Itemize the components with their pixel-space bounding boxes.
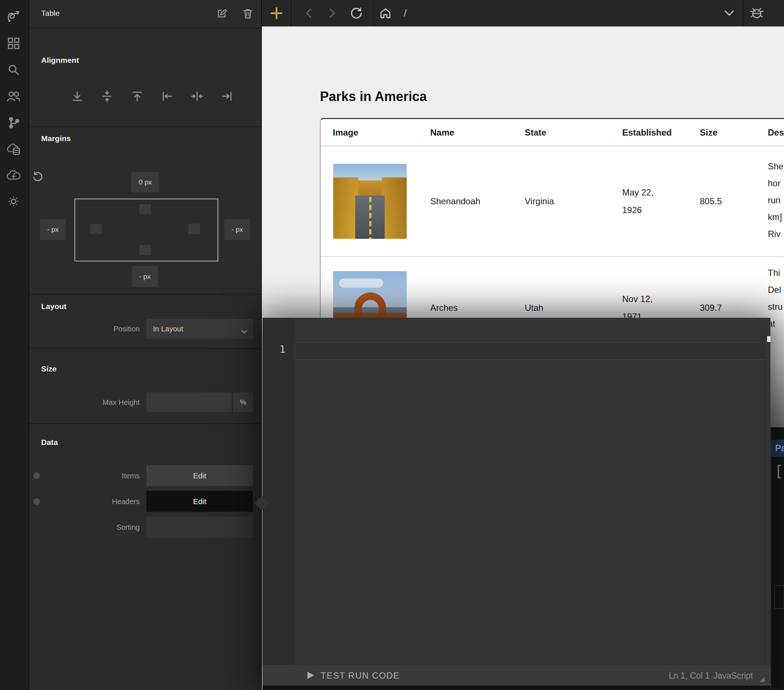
margin-right-input[interactable]: - px — [224, 219, 250, 240]
align-right-icon[interactable] — [218, 87, 236, 105]
editor-scrollbar-thumb[interactable] — [767, 336, 771, 342]
margin-handle-right[interactable] — [188, 224, 200, 234]
margin-bottom-input[interactable]: - px — [132, 266, 158, 287]
toolbar-divider — [374, 0, 374, 26]
margin-handle-left[interactable] — [90, 224, 102, 234]
cell-name: Shenandoah — [430, 196, 480, 207]
add-component-button[interactable] — [267, 0, 286, 26]
align-bottom-icon[interactable] — [68, 87, 86, 105]
headers-binding-dot[interactable] — [33, 498, 40, 505]
items-label: Items — [92, 472, 140, 480]
park-photo-shenandoah — [333, 164, 407, 239]
cell-state: Virginia — [525, 196, 554, 207]
language-label[interactable]: JavaScript — [713, 671, 753, 681]
sorting-input[interactable] — [147, 517, 253, 537]
align-top-icon[interactable] — [128, 87, 146, 105]
photo-cloud — [339, 279, 383, 288]
state-side-panel: Pa [ — [771, 427, 784, 690]
align-vertical-center-icon[interactable] — [98, 87, 116, 105]
table-header-divider — [321, 146, 784, 146]
cloud-function-icon[interactable] — [5, 167, 22, 184]
editor-bottom-edge — [263, 685, 771, 690]
delete-component-icon[interactable] — [243, 8, 253, 21]
state-item-selected[interactable]: Pa — [771, 440, 784, 457]
margin-handle-bottom[interactable] — [139, 245, 151, 255]
cell-size: 805.5 — [700, 196, 722, 207]
editor-status-bar: TEST RUN CODE Ln 1, Col 1 JavaScript — [263, 665, 771, 685]
nav-forward-icon[interactable] — [323, 0, 341, 26]
desc-line: km] — [768, 209, 784, 225]
photo-trees — [382, 177, 407, 239]
state-item-label: Pa — [775, 443, 784, 453]
section-divider — [30, 127, 261, 127]
max-height-input[interactable] — [147, 393, 232, 412]
chevron-down-icon — [241, 327, 247, 335]
headers-edit-button-active[interactable]: Edit — [147, 491, 253, 512]
margin-handle-top[interactable] — [139, 204, 151, 214]
users-icon[interactable] — [5, 88, 22, 105]
cell-established-l1: May 22, — [622, 187, 654, 198]
left-icon-rail — [0, 0, 30, 690]
margin-top-input[interactable]: 0 px — [131, 172, 159, 192]
reload-icon[interactable] — [346, 0, 366, 26]
desc-line: Thi — [768, 264, 782, 281]
code-input-line[interactable] — [295, 342, 766, 360]
col-header-state[interactable]: State — [525, 128, 547, 138]
cell-established-l1: Nov 12, — [622, 294, 653, 304]
edit-component-icon[interactable] — [216, 8, 227, 21]
col-header-size[interactable]: Size — [700, 128, 717, 138]
items-binding-dot[interactable] — [33, 473, 40, 479]
run-play-icon[interactable] — [307, 671, 315, 681]
home-icon[interactable] — [376, 0, 395, 26]
col-header-image[interactable]: Image — [333, 128, 358, 138]
table-row-divider — [321, 256, 784, 257]
line-number: 1 — [280, 343, 285, 355]
position-select[interactable]: In Layout — [147, 319, 253, 339]
panel-fragment — [774, 585, 784, 609]
page-title: Parks in America — [320, 89, 427, 104]
preview-chevron-down-icon[interactable] — [720, 0, 738, 26]
margin-left-input[interactable]: - px — [40, 219, 66, 240]
cell-established-l2: 1926 — [622, 205, 642, 215]
section-divider — [30, 423, 261, 424]
nav-back-icon[interactable] — [300, 0, 318, 26]
align-horizontal-center-icon[interactable] — [188, 87, 206, 105]
layout-section-title: Layout — [41, 302, 67, 311]
resize-grip[interactable] — [758, 675, 766, 684]
cell-name: Arches — [430, 303, 458, 313]
items-edit-button[interactable]: Edit — [147, 465, 253, 486]
toolbar-divider — [290, 0, 291, 26]
components-grid-icon[interactable] — [5, 35, 22, 52]
col-header-established[interactable]: Established — [622, 128, 672, 138]
col-header-name[interactable]: Name — [430, 128, 454, 138]
settings-gear-icon[interactable] — [5, 193, 22, 210]
max-height-label: Max Height — [92, 398, 140, 407]
inspector-title: Table — [41, 9, 59, 18]
desc-line: run — [768, 192, 784, 209]
desc-line: hor — [768, 175, 784, 192]
debug-bug-icon[interactable] — [746, 0, 767, 26]
section-divider — [30, 348, 261, 349]
git-branch-icon[interactable] — [5, 114, 22, 131]
canvas-shadow — [771, 318, 784, 428]
cell-size: 309.7 — [700, 303, 722, 313]
align-left-icon[interactable] — [158, 87, 176, 105]
margins-section-title: Margins — [41, 134, 71, 143]
cursor-position: Ln 1, Col 1 — [665, 671, 710, 681]
json-bracket: [ — [774, 463, 783, 480]
desc-line: stru — [768, 298, 782, 315]
cell-state: Utah — [525, 303, 544, 313]
cloud-database-icon[interactable] — [5, 141, 22, 158]
test-run-code-button[interactable]: TEST RUN CODE — [321, 670, 400, 681]
sorting-label: Sorting — [92, 523, 140, 532]
headers-label: Headers — [92, 498, 140, 506]
editor-gutter: 1 — [263, 318, 295, 665]
col-header-description[interactable]: Des — [768, 128, 784, 138]
alignment-section-title: Alignment — [41, 56, 79, 65]
reset-margins-icon[interactable] — [32, 171, 43, 184]
photo-trees — [333, 177, 358, 239]
search-icon[interactable] — [5, 61, 22, 78]
url-path[interactable]: / — [398, 0, 413, 26]
app-logo-icon[interactable] — [5, 8, 22, 25]
desc-line: Riv — [768, 225, 784, 243]
